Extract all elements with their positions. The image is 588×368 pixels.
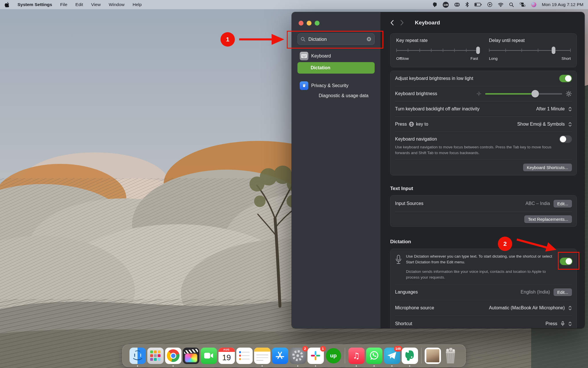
keyboard-brightness-handle[interactable]: [531, 90, 539, 97]
menubar-clock[interactable]: Mon 19 Aug 7:12 PM: [542, 2, 583, 7]
siri-icon[interactable]: [531, 2, 536, 7]
dock-divider: [421, 348, 421, 363]
key-repeat-slow-label: Slow: [401, 56, 409, 61]
delay-slider[interactable]: [489, 47, 571, 54]
microphone-source-dropdown[interactable]: Automatic (MacBook Air Microphone): [489, 305, 572, 310]
key-repeat-slider[interactable]: [396, 47, 478, 54]
sidebar-item-label: Keyboard: [311, 53, 331, 59]
input-sources-edit-button[interactable]: Edit...: [554, 200, 572, 208]
brightness-high-icon: [566, 91, 572, 97]
dock-icon-finder[interactable]: [129, 348, 146, 364]
dictation-section-header: Dictation: [390, 239, 577, 245]
keyboard-navigation-description: Use keyboard navigation to move focus be…: [395, 144, 560, 156]
key-repeat-rate-label: Key repeat rate: [396, 38, 478, 43]
dock-icon-reminders[interactable]: [236, 348, 253, 364]
adobe-cc-status-icon[interactable]: [454, 1, 460, 8]
sidebar-item-keyboard[interactable]: Keyboard: [292, 51, 380, 61]
menubar-app-name[interactable]: System Settings: [18, 2, 52, 7]
calendar-month-label: AUG: [218, 348, 235, 352]
screen-mirroring-status-icon[interactable]: [487, 1, 492, 8]
sidebar-item-privacy-security[interactable]: Privacy & Security: [292, 80, 380, 91]
dock-icon-whatsapp[interactable]: [366, 348, 382, 364]
adjust-brightness-toggle[interactable]: [559, 75, 572, 82]
menu-view[interactable]: View: [91, 2, 100, 7]
delay-short-label: Short: [562, 56, 571, 61]
languages-edit-button[interactable]: Edit...: [554, 288, 572, 296]
settings-main-panel: Keyboard Key repeat rate Off Slo: [381, 12, 585, 328]
privacy-security-icon: [300, 81, 308, 90]
dock-icon-upwork[interactable]: up: [325, 348, 342, 364]
input-sources-label: Input Sources: [395, 201, 423, 206]
zoom-window-button[interactable]: [315, 21, 320, 26]
backlight-value: After 1 Minute: [536, 106, 565, 112]
evernote-status-icon[interactable]: [432, 1, 437, 8]
dock-icon-chrome[interactable]: [165, 348, 181, 364]
minimize-window-button[interactable]: [307, 21, 312, 26]
microphone-source-label: Microphone source: [395, 305, 434, 310]
dock-icon-notes[interactable]: [254, 348, 270, 364]
close-window-button[interactable]: [299, 21, 303, 26]
apple-menu-icon[interactable]: [5, 1, 9, 8]
key-repeat-slider-handle[interactable]: [476, 47, 480, 54]
sidebar-item-dictation-selected[interactable]: Dictation: [297, 62, 375, 74]
shortcut-value: Press: [546, 321, 557, 326]
brightness-low-icon: [476, 91, 482, 97]
dock-icon-music[interactable]: ♫: [348, 348, 365, 364]
dock-icon-app-store[interactable]: [272, 348, 288, 364]
sidebar-selected-label: Dictation: [311, 65, 330, 70]
keyboard-brightness-label: Keyboard brightness: [395, 91, 437, 96]
annotation-box-dictation-toggle: [558, 252, 579, 270]
wifi-status-icon[interactable]: [498, 1, 504, 8]
panel-header: Keyboard: [381, 12, 585, 30]
forward-chevron-icon[interactable]: [400, 20, 404, 26]
globe-icon: [409, 122, 414, 127]
delay-slider-handle[interactable]: [552, 47, 556, 54]
languages-label: Languages: [395, 290, 418, 295]
dock-icon-calendar[interactable]: AUG 19: [218, 348, 235, 364]
dock-icon-final-cut-pro[interactable]: [183, 348, 199, 364]
dock-icon-trash[interactable]: [442, 348, 459, 364]
menu-file[interactable]: File: [60, 2, 67, 7]
dock-icon-launchpad[interactable]: [147, 348, 164, 364]
menu-window[interactable]: Window: [109, 2, 125, 7]
microphone-source-value: Automatic (MacBook Air Microphone): [489, 305, 565, 310]
globe-key-value: Show Emoji & Symbols: [517, 122, 565, 127]
menu-help[interactable]: Help: [133, 2, 142, 7]
menu-bar: System Settings File Edit View Window He…: [0, 0, 588, 9]
sidebar-item-diagnostic-usage[interactable]: Diagnostic & usage data: [292, 91, 380, 101]
bluetooth-status-icon[interactable]: [465, 1, 469, 8]
stepper-icon: [568, 122, 572, 127]
keyboard-options-card: Adjust keyboard brightness in low light …: [390, 71, 577, 175]
back-chevron-icon[interactable]: [390, 20, 394, 26]
shortcut-dropdown[interactable]: Press: [546, 321, 572, 327]
text-replacements-button[interactable]: Text Replacements...: [524, 215, 572, 223]
telegram-status-badge[interactable]: 149: [443, 2, 449, 8]
delay-long-label: Long: [489, 56, 498, 61]
press-suffix-label: key to: [416, 122, 428, 127]
adjust-brightness-label: Adjust keyboard brightness in low light: [395, 76, 473, 81]
spotlight-icon[interactable]: [509, 1, 514, 8]
stepper-icon: [568, 107, 572, 112]
text-input-section-header: Text Input: [390, 186, 577, 191]
keyboard-navigation-toggle[interactable]: [559, 135, 572, 143]
stepper-icon: [568, 306, 572, 310]
keyboard-shortcuts-button[interactable]: Keyboard Shortcuts...: [523, 164, 572, 171]
dock-icon-evernote[interactable]: [402, 348, 418, 364]
globe-key-dropdown[interactable]: Show Emoji & Symbols: [517, 122, 572, 127]
window-controls: [292, 12, 380, 26]
annotation-step-2-label: 2: [503, 240, 507, 247]
control-center-icon[interactable]: [519, 1, 526, 8]
menu-edit[interactable]: Edit: [76, 2, 83, 7]
backlight-dropdown[interactable]: After 1 Minute: [536, 106, 572, 112]
dock-icon-facetime[interactable]: [201, 348, 217, 364]
page-title: Keyboard: [415, 20, 440, 26]
dock: AUG 19 2 1 up ♫: [122, 344, 466, 367]
dock-item-image-file[interactable]: [425, 348, 441, 364]
battery-status-icon[interactable]: [474, 1, 482, 8]
dictation-description-1: Use Dictation wherever you can type text…: [406, 254, 556, 265]
sidebar-item-label: Privacy & Security: [311, 83, 349, 88]
annotation-box-search: [287, 31, 383, 49]
keyboard-brightness-slider[interactable]: [485, 90, 562, 98]
input-sources-value: ABC – India: [525, 201, 550, 206]
languages-value: English (India): [521, 290, 550, 295]
